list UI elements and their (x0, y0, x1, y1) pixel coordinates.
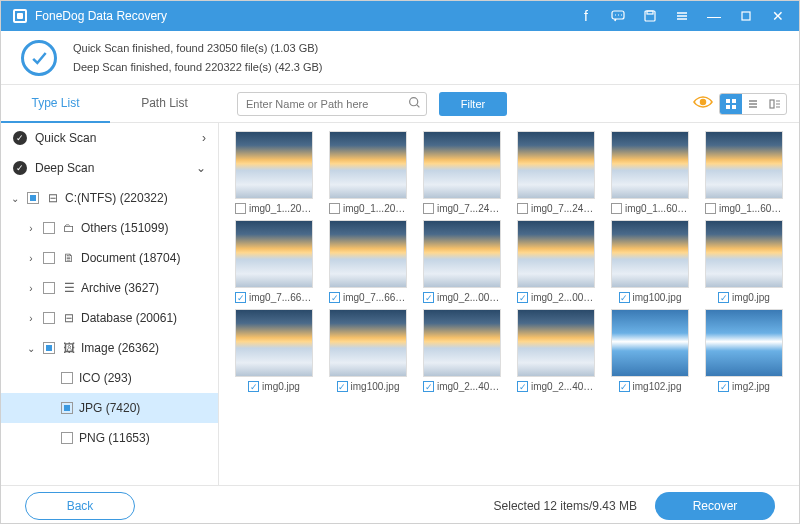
file-thumbnail[interactable] (235, 131, 313, 199)
file-checkbox[interactable]: ✓ (329, 292, 340, 303)
file-checkbox[interactable]: ✓ (517, 381, 528, 392)
file-thumbnail[interactable] (611, 220, 689, 288)
file-checkbox[interactable]: ✓ (423, 381, 434, 392)
file-cell: ✓img0_1...60.jpg (605, 131, 695, 214)
recover-button[interactable]: Recover (655, 492, 775, 520)
file-checkbox[interactable]: ✓ (611, 203, 622, 214)
svg-point-4 (410, 97, 418, 105)
tab-path-list[interactable]: Path List (110, 85, 219, 123)
file-checkbox[interactable]: ✓ (619, 292, 630, 303)
tree-drive[interactable]: ⌄ ⊟ C:(NTFS) (220322) (1, 183, 218, 213)
file-thumbnail[interactable] (705, 131, 783, 199)
file-thumbnail[interactable] (423, 220, 501, 288)
view-mode-toggle (719, 93, 787, 115)
file-thumbnail[interactable] (329, 309, 407, 377)
file-thumbnail[interactable] (705, 309, 783, 377)
file-name: img0_1...20.jpg (343, 203, 407, 214)
checkbox[interactable] (43, 282, 55, 294)
file-cell: ✓img0_1...20.jpg (323, 131, 413, 214)
file-checkbox[interactable]: ✓ (705, 203, 716, 214)
tree-deep-scan[interactable]: ✓ Deep Scan ⌄ (1, 153, 218, 183)
file-checkbox[interactable]: ✓ (718, 381, 729, 392)
search-icon[interactable] (408, 96, 421, 112)
svg-rect-8 (726, 105, 730, 109)
tree-database[interactable]: › ⊟ Database (20061) (1, 303, 218, 333)
checkbox-partial[interactable] (61, 402, 73, 414)
file-cell: ✓img100.jpg (605, 220, 695, 303)
checkbox[interactable] (43, 252, 55, 264)
file-checkbox[interactable]: ✓ (517, 203, 528, 214)
checkbox-partial[interactable] (27, 192, 39, 204)
check-dot-icon: ✓ (13, 161, 27, 175)
file-checkbox[interactable]: ✓ (235, 203, 246, 214)
svg-rect-7 (732, 99, 736, 103)
file-checkbox[interactable]: ✓ (718, 292, 729, 303)
titlebar: FoneDog Data Recovery f — ✕ (1, 1, 799, 31)
view-detail-icon[interactable] (764, 94, 786, 114)
file-checkbox[interactable]: ✓ (235, 292, 246, 303)
file-thumbnail[interactable] (329, 220, 407, 288)
file-checkbox[interactable]: ✓ (329, 203, 340, 214)
tree-jpg[interactable]: JPG (7420) (1, 393, 218, 423)
tree-label: Others (151099) (81, 221, 168, 235)
filter-button[interactable]: Filter (439, 92, 507, 116)
tab-type-list[interactable]: Type List (1, 85, 110, 123)
svg-rect-2 (647, 11, 653, 14)
file-name: img0_7...24.jpg (437, 203, 501, 214)
feedback-icon[interactable] (609, 7, 627, 25)
file-cell: ✓img0_7...66.jpg (229, 220, 319, 303)
file-thumbnail[interactable] (329, 131, 407, 199)
tree-archive[interactable]: › ☰ Archive (3627) (1, 273, 218, 303)
tree-image[interactable]: ⌄ 🖼 Image (26362) (1, 333, 218, 363)
view-list-icon[interactable] (742, 94, 764, 114)
facebook-icon[interactable]: f (577, 7, 595, 25)
file-thumbnail[interactable] (235, 309, 313, 377)
file-checkbox[interactable]: ✓ (517, 292, 528, 303)
archive-icon: ☰ (61, 281, 77, 295)
checkbox-partial[interactable] (43, 342, 55, 354)
file-thumbnail[interactable] (423, 309, 501, 377)
menu-icon[interactable] (673, 7, 691, 25)
file-name: img0_2...40.jpg (437, 381, 501, 392)
document-icon: 🗎 (61, 251, 77, 265)
checkbox[interactable] (61, 432, 73, 444)
file-thumbnail[interactable] (517, 309, 595, 377)
checkbox[interactable] (43, 312, 55, 324)
file-checkbox[interactable]: ✓ (337, 381, 348, 392)
search-input[interactable] (237, 92, 427, 116)
file-thumbnail[interactable] (517, 131, 595, 199)
file-thumbnail[interactable] (611, 131, 689, 199)
tree-document[interactable]: › 🗎 Document (18704) (1, 243, 218, 273)
file-checkbox[interactable]: ✓ (619, 381, 630, 392)
preview-eye-icon[interactable] (693, 95, 713, 113)
tree-label: ICO (293) (79, 371, 132, 385)
minimize-icon[interactable]: — (705, 7, 723, 25)
save-icon[interactable] (641, 7, 659, 25)
tree-png[interactable]: PNG (11653) (1, 423, 218, 453)
selection-status: Selected 12 items/9.43 MB (494, 499, 637, 513)
tree-label: Deep Scan (35, 161, 94, 175)
view-grid-icon[interactable] (720, 94, 742, 114)
file-thumbnail[interactable] (423, 131, 501, 199)
file-checkbox[interactable]: ✓ (248, 381, 259, 392)
back-button[interactable]: Back (25, 492, 135, 520)
tree-label: Quick Scan (35, 131, 96, 145)
tree-others[interactable]: › 🗀 Others (151099) (1, 213, 218, 243)
maximize-icon[interactable] (737, 7, 755, 25)
tree-quick-scan[interactable]: ✓ Quick Scan › (1, 123, 218, 153)
tree-label: Image (26362) (81, 341, 159, 355)
drive-icon: ⊟ (45, 191, 61, 205)
checkbox[interactable] (43, 222, 55, 234)
tree-ico[interactable]: ICO (293) (1, 363, 218, 393)
file-checkbox[interactable]: ✓ (423, 203, 434, 214)
file-checkbox[interactable]: ✓ (423, 292, 434, 303)
check-dot-icon: ✓ (13, 131, 27, 145)
file-thumbnail[interactable] (517, 220, 595, 288)
file-thumbnail[interactable] (611, 309, 689, 377)
file-name: img0_2...00.jpg (531, 292, 595, 303)
checkbox[interactable] (61, 372, 73, 384)
file-thumbnail[interactable] (235, 220, 313, 288)
file-cell: ✓img0_2...40.jpg (511, 309, 601, 392)
close-icon[interactable]: ✕ (769, 7, 787, 25)
file-thumbnail[interactable] (705, 220, 783, 288)
